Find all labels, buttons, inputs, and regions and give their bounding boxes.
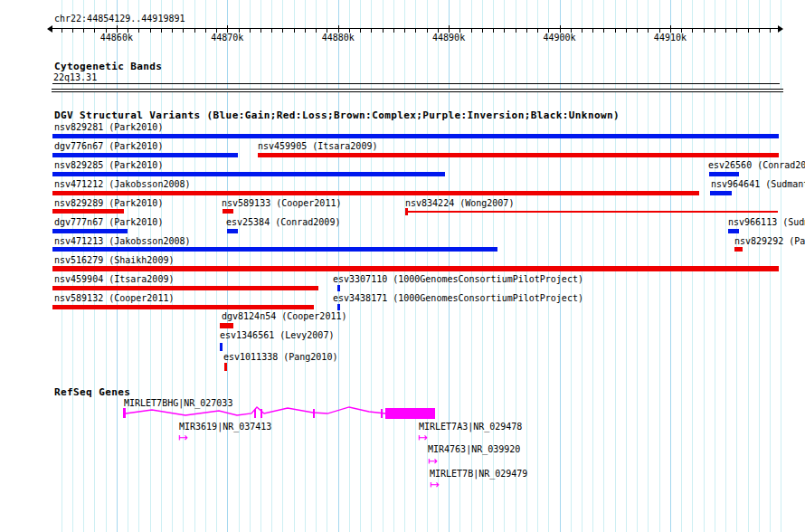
variant-label[interactable]: nsv829292 (Park2010): [734, 236, 805, 247]
variant-bar[interactable]: [224, 363, 227, 371]
variant-label[interactable]: esv3307110 (1000GenomesConsortiumPilotPr…: [333, 274, 583, 285]
variant-bar[interactable]: [52, 229, 128, 233]
gene-label[interactable]: MIRLET7BHG|NR_027033: [124, 398, 232, 409]
variant-bar[interactable]: [52, 191, 699, 195]
gridline: [781, 0, 781, 532]
gene-arrow-icon[interactable]: ↦: [418, 432, 428, 443]
gene-exon-tick[interactable]: [381, 409, 383, 418]
variant-bar[interactable]: [258, 153, 779, 157]
variant-bar[interactable]: [220, 343, 223, 351]
variant-label[interactable]: dgv777n67 (Park2010): [54, 217, 163, 228]
variant-label[interactable]: nsv516279 (Shaikh2009): [54, 255, 174, 266]
ruler-tick: [449, 25, 450, 33]
ruler-tick: [493, 28, 494, 33]
gene-exon-tick[interactable]: [260, 409, 262, 418]
ruler-tick: [637, 28, 638, 33]
variant-label[interactable]: nsv459905 (Itsara2009): [258, 141, 377, 152]
gene-exon-tick[interactable]: [254, 409, 256, 418]
variant-label[interactable]: nsv471212 (Jakobsson2008): [54, 179, 191, 190]
ruler-tick: [271, 28, 272, 33]
ruler-tick: [615, 28, 616, 33]
variant-label[interactable]: esv1011338 (Pang2010): [223, 352, 337, 363]
cytoband-track-bar[interactable]: [52, 89, 783, 92]
variant-bar[interactable]: [52, 305, 314, 309]
gene-label[interactable]: MIR4763|NR_039920: [428, 444, 520, 455]
ruler-tick: [150, 28, 151, 33]
ruler-tick: [592, 28, 593, 33]
ruler-tick: [560, 25, 561, 33]
ruler-tick: [736, 28, 737, 33]
ruler-tick: [161, 28, 162, 33]
ruler-tick: [670, 25, 671, 33]
variant-label[interactable]: nsv829281 (Park2010): [54, 122, 163, 133]
cytoband-label[interactable]: 22q13.31: [53, 72, 97, 83]
variant-label[interactable]: dgv776n67 (Park2010): [54, 141, 163, 152]
ruler-tick: [748, 28, 749, 33]
gene-exon-tick[interactable]: [313, 409, 315, 418]
ruler-tick-label: 44890k: [426, 33, 471, 43]
ruler-tick: [759, 28, 760, 33]
ruler-tick-label: 44860k: [94, 33, 139, 43]
variant-label[interactable]: nsv459904 (Itsara2009): [54, 274, 174, 285]
variant-label[interactable]: nsv829289 (Park2010): [54, 198, 163, 209]
ruler-left-arrow-icon: [47, 25, 52, 33]
ruler-tick: [305, 28, 306, 33]
variant-label[interactable]: nsv589133 (Cooper2011): [222, 198, 341, 209]
variant-bar[interactable]: [52, 266, 779, 271]
refseq-genes-header: RefSeq Genes: [54, 386, 130, 398]
variant-label[interactable]: esv1346561 (Levy2007): [220, 330, 334, 341]
ruler-tick: [404, 28, 405, 33]
ruler-tick: [72, 28, 73, 33]
gene-exon-block[interactable]: [123, 408, 126, 418]
variant-bar[interactable]: [734, 247, 743, 252]
ruler-tick: [526, 28, 527, 33]
variant-label[interactable]: nsv589132 (Cooper2011): [54, 293, 174, 304]
variant-label[interactable]: esv25384 (Conrad2009): [226, 217, 340, 228]
ruler-tick: [482, 28, 483, 33]
ruler-right-arrow-icon: [778, 25, 783, 33]
variant-bar[interactable]: [52, 286, 318, 290]
ruler-tick-label: 44900k: [537, 33, 582, 43]
variant-bar[interactable]: [227, 229, 238, 233]
ruler-tick: [183, 28, 184, 33]
gene-arrow-icon[interactable]: ↦: [430, 479, 440, 490]
ruler-tick: [704, 28, 705, 33]
gene-exon-block[interactable]: [385, 408, 435, 419]
variant-bar[interactable]: [52, 172, 445, 176]
variant-label[interactable]: nsv471213 (Jakobsson2008): [54, 236, 191, 247]
ruler-tick: [282, 28, 283, 33]
gene-label[interactable]: MIR3619|NR_037413: [179, 422, 271, 432]
variant-bar[interactable]: [52, 134, 779, 138]
variant-label[interactable]: esv3438171 (1000GenomesConsortiumPilotPr…: [333, 293, 583, 304]
variant-bar[interactable]: [52, 247, 497, 252]
gene-arrow-icon[interactable]: ↦: [428, 455, 438, 467]
cytogenetic-bands-header: Cytogenetic Bands: [54, 61, 162, 72]
variant-bar[interactable]: [728, 229, 739, 233]
ruler-tick: [62, 28, 62, 33]
ruler-tick-label: 44870k: [204, 33, 250, 43]
gene-arrow-icon[interactable]: ↦: [178, 432, 188, 443]
gene-label[interactable]: MIRLET7A3|NR_029478: [419, 422, 522, 432]
variant-bar[interactable]: [710, 191, 732, 195]
ruler-tick: [172, 28, 173, 33]
ruler-tick: [516, 28, 516, 33]
variant-whisker-line[interactable]: [405, 211, 778, 213]
variant-label[interactable]: nsv964641 (Sudmant2010): [711, 179, 805, 190]
variant-label[interactable]: nsv829285 (Park2010): [54, 160, 163, 171]
variant-label[interactable]: nsv966113 (Sudmant2010): [728, 217, 805, 228]
cytoband-underline: [52, 83, 780, 84]
ruler-tick: [415, 28, 416, 33]
variant-bar[interactable]: [337, 285, 340, 291]
variant-bar[interactable]: [337, 304, 340, 310]
variant-label[interactable]: nsv834224 (Wong2007): [405, 198, 514, 209]
variant-bar[interactable]: [223, 209, 233, 214]
variant-bar[interactable]: [220, 323, 233, 328]
ruler-tick: [770, 28, 771, 33]
variant-bar[interactable]: [709, 172, 739, 176]
variant-bar[interactable]: [52, 209, 124, 214]
variant-label[interactable]: dgv8124n54 (Cooper2011): [222, 311, 346, 322]
ruler-tick: [227, 25, 228, 33]
variant-bar[interactable]: [52, 153, 238, 157]
gene-label[interactable]: MIRLET7B|NR_029479: [430, 469, 527, 480]
variant-label[interactable]: esv26560 (Conrad2009): [708, 160, 805, 171]
